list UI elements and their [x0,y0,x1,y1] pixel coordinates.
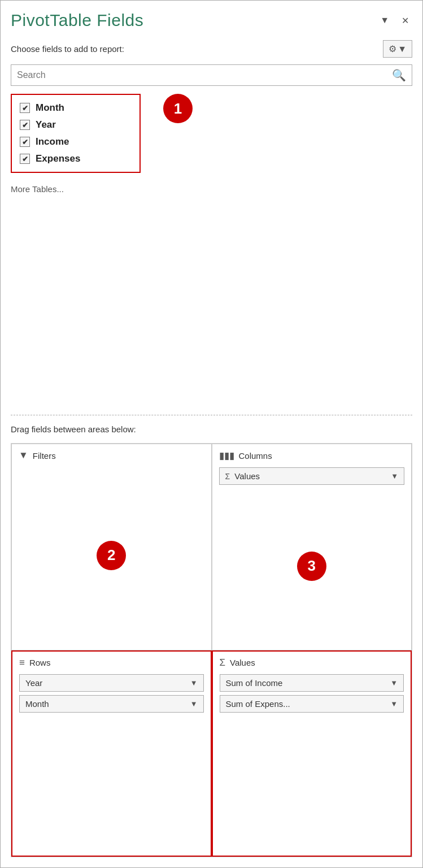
filters-badge-area: 2 [19,467,204,644]
gear-arrow-icon: ▼ [398,44,407,54]
sigma-icon: Σ [225,472,230,481]
field-label-year: Year [36,119,56,131]
columns-values-label: Values [234,471,260,481]
filters-header: ▼ Filters [19,450,204,461]
field-label-income: Income [36,136,69,147]
sum-income-label: Sum of Income [226,678,283,688]
columns-icon: ▮▮▮ [219,450,234,462]
fields-list-container: ✔ Month ✔ Year ✔ Income ✔ Expense [11,94,141,173]
field-item-income: ✔ Income [20,133,132,150]
filter-icon: ▼ [19,450,28,461]
header-dropdown-btn[interactable]: ▼ [377,14,393,27]
rows-title: Rows [29,658,51,667]
rows-field-month[interactable]: Month ▼ [19,695,204,713]
field-item-year: ✔ Year [20,116,132,133]
search-input[interactable] [17,70,392,80]
rows-area: ≡ Rows Year ▼ Month ▼ [11,650,212,857]
choose-fields-label: Choose fields to add to report: [11,44,124,54]
sum-expenses-label: Sum of Expens... [226,699,290,709]
header-close-btn[interactable]: ✕ [398,14,412,27]
gear-icon: ⚙ [389,44,396,54]
sum-income-arrow: ▼ [390,679,398,687]
columns-title: Columns [239,451,272,461]
field-checkbox-expenses[interactable]: ✔ [20,154,30,164]
dropdown-arrow-icon: ▼ [380,15,389,25]
values-field-sum-income[interactable]: Sum of Income ▼ [220,674,404,692]
badge-3: 3 [297,552,326,581]
areas-grid: ▼ Filters 2 ▮▮▮ Columns Σ Values ▼ 3 [11,443,412,857]
values-sigma-icon: Σ [220,657,226,669]
field-item-expenses: ✔ Expenses [20,150,132,167]
sum-expenses-arrow: ▼ [390,700,398,708]
badge-2: 2 [97,541,126,570]
columns-area: ▮▮▮ Columns Σ Values ▼ 3 [212,444,412,650]
checkmark-year: ✔ [22,121,28,129]
rows-month-label: Month [25,699,49,709]
panel-header: PivotTable Fields ▼ ✕ [11,11,412,30]
fields-top-row: ✔ Month ✔ Year ✔ Income ✔ Expense [11,94,412,179]
more-tables-link[interactable]: More Tables... [11,184,412,194]
field-label-month: Month [36,102,64,114]
rows-icon: ≡ [19,657,25,669]
checkmark-income: ✔ [22,138,28,146]
filters-title: Filters [33,451,56,461]
values-title: Values [230,658,255,667]
panel-title: PivotTable Fields [11,11,143,30]
rows-year-label: Year [25,678,42,688]
values-header: Σ Values [220,657,404,669]
drag-fields-label: Drag fields between areas below: [11,424,412,434]
checkmark-expenses: ✔ [22,155,28,163]
rows-header: ≡ Rows [19,657,204,669]
field-checkbox-year[interactable]: ✔ [20,120,30,130]
rows-year-arrow: ▼ [190,679,198,687]
field-item-month: ✔ Month [20,99,132,116]
values-field-sum-expenses[interactable]: Sum of Expens... ▼ [220,695,404,713]
header-icons: ▼ ✕ [377,14,412,27]
field-checkbox-month[interactable]: ✔ [20,103,30,113]
search-row: 🔍 [11,64,412,86]
checkmark-month: ✔ [22,104,28,112]
values-area: Σ Values Sum of Income ▼ Sum of Expens..… [212,650,412,857]
badge-1: 1 [163,94,193,123]
columns-values-dropdown[interactable]: Σ Values ▼ [219,467,405,485]
gear-settings-btn[interactable]: ⚙ ▼ [383,40,412,58]
close-icon: ✕ [402,15,409,26]
rows-month-arrow: ▼ [190,700,198,708]
field-label-expenses: Expenses [36,153,80,164]
dropdown-arrow-columns: ▼ [391,472,398,480]
field-checkbox-income[interactable]: ✔ [20,137,30,147]
divider [11,415,412,415]
search-icon[interactable]: 🔍 [392,68,406,82]
choose-fields-row: Choose fields to add to report: ⚙ ▼ [11,40,412,58]
rows-field-year[interactable]: Year ▼ [19,674,204,692]
spacer [11,199,412,409]
filters-area: ▼ Filters 2 [11,444,212,650]
columns-badge-area: 3 [219,488,405,644]
columns-header: ▮▮▮ Columns [219,450,405,462]
pivottable-fields-panel: PivotTable Fields ▼ ✕ Choose fields to a… [0,0,423,868]
